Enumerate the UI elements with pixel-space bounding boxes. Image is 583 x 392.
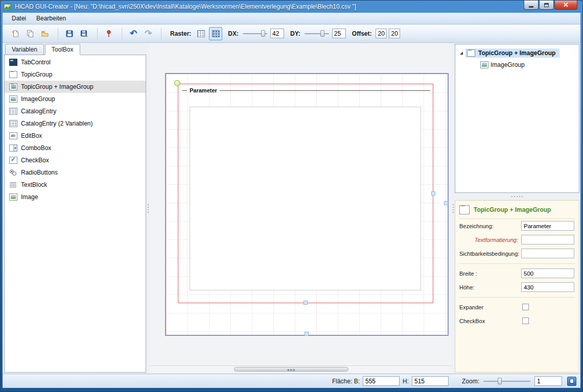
- offset-label: Offset:: [352, 30, 372, 37]
- toolbar-separator: [97, 28, 98, 40]
- left-splitter[interactable]: [146, 44, 150, 373]
- topicgroup-icon: [9, 71, 17, 78]
- open-folder-icon: [41, 30, 49, 38]
- maximize-button[interactable]: [539, 1, 554, 10]
- dy-slider[interactable]: [305, 29, 329, 38]
- slider-thumb[interactable]: [261, 30, 265, 37]
- resize-handle-page-bottom[interactable]: [305, 332, 309, 336]
- save-as-icon: [80, 30, 88, 38]
- zoom-slider[interactable]: [483, 377, 530, 386]
- slider-thumb[interactable]: [320, 30, 324, 37]
- toolbox-item-topicgroup-imagegroup[interactable]: TopicGroup + ImageGroup: [5, 81, 146, 93]
- resize-handle-group-bottom[interactable]: [304, 301, 308, 305]
- dx-slider[interactable]: [243, 29, 267, 38]
- area-width-input[interactable]: [363, 376, 400, 386]
- save-button[interactable]: [63, 27, 76, 40]
- resize-handle-page-right[interactable]: [444, 201, 448, 205]
- statusbar: Fläche: B: H: Zoom:: [3, 374, 580, 388]
- toolbox-item-label: TopicGroup + ImageGroup: [21, 83, 94, 90]
- dx-input[interactable]: [270, 29, 284, 38]
- toolbox-item-imagegroup[interactable]: ImageGroup: [5, 93, 146, 105]
- menu-bearbeiten[interactable]: Bearbeiten: [31, 13, 71, 23]
- hoehe-input[interactable]: [521, 282, 574, 292]
- separator: [459, 297, 575, 298]
- checkbox-checkbox[interactable]: [522, 317, 529, 324]
- topicgroup-imagegroup-icon: [9, 83, 17, 90]
- sichtbarkeitsbedingung-input[interactable]: [521, 249, 574, 258]
- window-title: HiCAD GUI-Creator - [Neu: "D:\hicad_svn\…: [15, 3, 356, 10]
- zoom-input[interactable]: [534, 376, 562, 386]
- dx-label: DX:: [228, 30, 239, 37]
- grid-icon: [197, 30, 205, 37]
- toolbox-item-radiobuttons[interactable]: RadioButtons: [5, 166, 146, 179]
- close-button[interactable]: ✕: [554, 1, 577, 10]
- property-label: Textformatierung:: [459, 237, 521, 243]
- copy-button[interactable]: [24, 27, 37, 40]
- breite-input[interactable]: [521, 268, 574, 278]
- open-button[interactable]: [38, 27, 52, 40]
- catalogentry-icon: [9, 108, 17, 115]
- design-canvas[interactable]: Parameter ⦁⦁⦁: [150, 44, 451, 373]
- property-label: Breite :: [459, 271, 521, 277]
- grid-snap-button[interactable]: [209, 27, 222, 40]
- scrollbar-thumb[interactable]: ⦁⦁⦁: [234, 367, 348, 372]
- toolbox-item-label: EditBox: [21, 132, 42, 139]
- save-icon: [65, 30, 74, 38]
- toolbox-item-image[interactable]: Image: [5, 191, 146, 203]
- groupbox-line: [182, 90, 187, 91]
- app-icon: [4, 3, 12, 11]
- toolbox-item-combobox[interactable]: ComboBox: [5, 142, 146, 154]
- expander-checkbox[interactable]: [522, 304, 529, 310]
- tree-item-imagegroup[interactable]: ImageGroup: [476, 59, 579, 70]
- area-height-input[interactable]: [412, 376, 449, 386]
- toolbox-item-topicgroup[interactable]: TopicGroup: [5, 68, 146, 81]
- property-bezeichnung: Bezeichnung:: [459, 219, 575, 233]
- toolbox-item-textblock[interactable]: TextBlock: [5, 179, 146, 191]
- design-page[interactable]: Parameter: [165, 73, 449, 336]
- tree-item-topicgroup-imagegroup[interactable]: TopicGroup + ImageGroup: [455, 47, 579, 59]
- groupbox-title: Parameter: [190, 87, 217, 93]
- expander-icon[interactable]: [460, 52, 463, 55]
- menu-datei[interactable]: Datei: [7, 13, 31, 23]
- right-splitter[interactable]: [451, 44, 455, 373]
- save-as-button[interactable]: [78, 27, 91, 40]
- toolbox-item-editbox[interactable]: EditBox: [5, 130, 146, 142]
- status-panel-icon[interactable]: [567, 377, 576, 386]
- dy-input[interactable]: [332, 29, 346, 38]
- slider-thumb[interactable]: [498, 378, 502, 384]
- toolbox-item-catalogentry[interactable]: CatalogEntry: [5, 105, 146, 117]
- tree-selection[interactable]: TopicGroup + ImageGroup: [465, 48, 559, 58]
- toolbox-item-tabcontrol[interactable]: TabControl: [5, 56, 146, 68]
- tab-variablen[interactable]: Variablen: [5, 44, 44, 55]
- toolbox-item-label: CatalogEntry: [21, 108, 56, 115]
- horizontal-scrollbar[interactable]: ⦁⦁⦁: [150, 365, 451, 373]
- offset-y-input[interactable]: [389, 29, 400, 38]
- property-hoehe: Höhe:: [459, 280, 575, 294]
- redo-button[interactable]: ↷: [142, 27, 155, 40]
- bezeichnung-input[interactable]: [521, 221, 574, 231]
- new-button[interactable]: [9, 27, 22, 40]
- topicgroup-icon: [467, 50, 475, 57]
- checkbox-icon: [9, 157, 17, 164]
- textformatierung-input[interactable]: [521, 235, 574, 244]
- app-window: HiCAD GUI-Creator - [Neu: "D:\hicad_svn\…: [0, 0, 583, 392]
- imagegroup-element[interactable]: [190, 107, 421, 290]
- pin-button[interactable]: [102, 27, 115, 40]
- tree-props-splitter[interactable]: [455, 193, 579, 200]
- undo-button[interactable]: ↶: [127, 27, 140, 40]
- tab-toolbox[interactable]: ToolBox: [45, 44, 80, 55]
- catalogentry-icon: [9, 120, 17, 127]
- toolbox-item-catalogentry-2[interactable]: CatalogEntry (2 Variablen): [5, 117, 146, 130]
- toolbox-item-label: RadioButtons: [21, 169, 58, 176]
- minimize-button[interactable]: [524, 1, 539, 10]
- textblock-icon: [9, 181, 17, 188]
- resize-handle-group-right[interactable]: [431, 191, 435, 195]
- topicgroup-element[interactable]: Parameter: [178, 84, 433, 303]
- toolbar-separator: [161, 28, 161, 40]
- rotate-handle[interactable]: [174, 80, 180, 86]
- pin-icon: [105, 30, 113, 38]
- toolbox-item-label: TextBlock: [21, 181, 47, 188]
- toolbox-item-checkbox[interactable]: CheckBox: [5, 154, 146, 166]
- offset-x-input[interactable]: [376, 29, 387, 38]
- grid-button[interactable]: [194, 27, 207, 40]
